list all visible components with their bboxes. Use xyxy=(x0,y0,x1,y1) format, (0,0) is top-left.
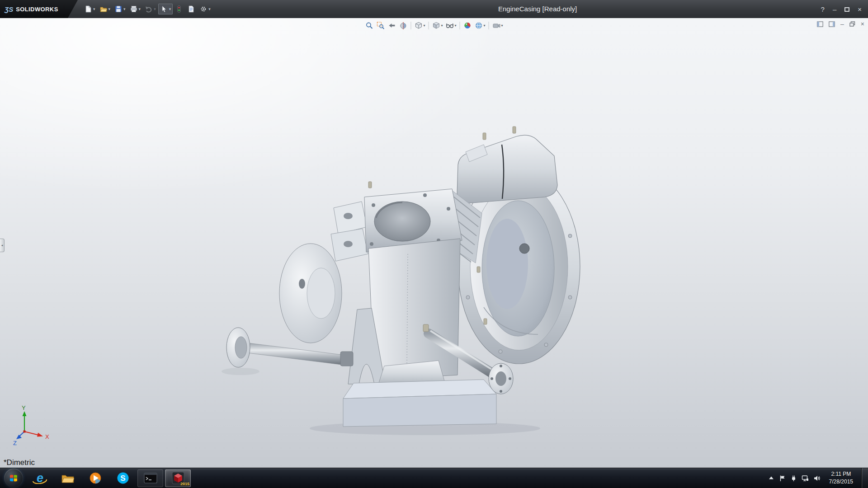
action-center-button[interactable] xyxy=(779,475,786,482)
file-properties-button[interactable] xyxy=(185,4,197,14)
speaker-icon xyxy=(813,475,821,482)
close-button[interactable]: × xyxy=(858,6,862,13)
chevron-down-icon[interactable]: ▾ xyxy=(108,7,111,11)
taskbar-skype[interactable]: S xyxy=(110,469,136,487)
taskbar-solidworks[interactable]: 2015 xyxy=(165,469,191,487)
chevron-down-icon[interactable]: ▾ xyxy=(123,7,126,11)
chevron-down-icon[interactable]: ▾ xyxy=(154,7,156,11)
view-settings-button[interactable]: ▾ xyxy=(491,20,504,31)
solidworks-logo: ƷS SOLIDWORKS xyxy=(0,0,78,18)
previous-view-icon xyxy=(387,21,396,30)
options-button[interactable]: ▾ xyxy=(198,4,212,14)
zoom-to-fit-button[interactable] xyxy=(364,20,374,31)
zoom-to-area-button[interactable] xyxy=(375,20,386,31)
document-restore-button[interactable] xyxy=(849,21,855,27)
desktop: ƷS SOLIDWORKS ▾ ▾ xyxy=(0,0,868,488)
solidworks-version-badge: 2015 xyxy=(180,482,189,486)
new-document-icon xyxy=(84,5,92,13)
taskbar: e S xyxy=(0,468,868,488)
command-prompt-icon xyxy=(144,473,157,483)
rebuild-button[interactable] xyxy=(173,4,185,14)
chevron-down-icon[interactable]: ▾ xyxy=(208,7,211,11)
network-button[interactable] xyxy=(802,475,809,482)
open-folder-icon xyxy=(99,5,108,13)
window-title: EngineCasing [Read-only] xyxy=(498,0,577,18)
ie-ring-icon xyxy=(32,476,47,484)
save-button[interactable]: ▾ xyxy=(113,4,127,14)
view-orientation-label: *Dimetric xyxy=(4,458,35,467)
taskbar-windows-explorer[interactable] xyxy=(55,469,80,487)
pane-toggle-icon xyxy=(829,21,835,27)
maximize-icon xyxy=(844,7,849,12)
new-document-button[interactable]: ▾ xyxy=(82,4,97,14)
feature-manager-pane-button[interactable] xyxy=(817,21,823,27)
hide-show-items-button[interactable]: ▾ xyxy=(444,20,457,31)
display-style-button[interactable]: ▾ xyxy=(431,20,443,31)
chevron-down-icon[interactable]: ▾ xyxy=(139,7,141,11)
triad-z-label: Z xyxy=(13,440,17,446)
clock-time: 2:11 PM xyxy=(829,470,853,478)
display-style-cube-icon xyxy=(432,21,440,30)
taskbar-internet-explorer[interactable]: e xyxy=(27,469,53,487)
options-gear-icon xyxy=(199,5,208,13)
edit-appearance-sphere-icon xyxy=(463,21,472,30)
graphics-area[interactable]: ▾ ▾ ▾ xyxy=(0,18,868,468)
maximize-button[interactable] xyxy=(844,6,849,13)
section-view-button[interactable] xyxy=(398,20,408,31)
triad-x-label: X xyxy=(45,433,49,440)
chevron-down-icon[interactable]: ▾ xyxy=(441,24,443,28)
volume-button[interactable] xyxy=(813,475,821,482)
taskbar-command-prompt[interactable] xyxy=(137,469,163,487)
network-monitor-icon xyxy=(802,475,809,482)
zoom-to-area-icon xyxy=(376,21,385,30)
minimize-button[interactable]: – xyxy=(833,6,836,13)
document-close-button[interactable]: × xyxy=(861,21,864,27)
brand-name: SOLIDWORKS xyxy=(16,6,58,13)
clock-date: 7/28/2015 xyxy=(829,478,853,486)
task-pane-button[interactable] xyxy=(829,21,835,27)
print-button[interactable]: ▾ xyxy=(128,4,143,14)
view-settings-camera-icon xyxy=(492,21,501,30)
section-view-icon xyxy=(399,21,407,30)
start-button[interactable] xyxy=(4,469,23,488)
windows-logo-icon xyxy=(9,473,19,483)
document-minimize-button[interactable]: – xyxy=(840,21,844,27)
flag-icon xyxy=(779,475,786,482)
main-toolbar: ▾ ▾ ▾ xyxy=(82,4,212,14)
chevron-down-icon[interactable]: ▾ xyxy=(423,24,425,28)
rebuild-icon xyxy=(175,5,183,13)
select-cursor-icon xyxy=(160,5,168,13)
chevron-down-icon[interactable]: ▾ xyxy=(93,7,95,11)
show-desktop-button[interactable] xyxy=(862,468,868,488)
view-orientation-cube-icon xyxy=(414,21,423,30)
feature-manager-collapse-tab[interactable]: ◂ xyxy=(0,239,5,252)
tab-arrow-icon: ◂ xyxy=(1,244,3,247)
skype-icon: S xyxy=(117,472,129,484)
document-window-controls: – × xyxy=(817,21,864,27)
toolbar-separator xyxy=(428,22,429,29)
3ds-logo-icon: ƷS xyxy=(5,5,13,13)
print-icon xyxy=(130,5,138,13)
select-button[interactable]: ▾ xyxy=(158,4,173,14)
previous-view-button[interactable] xyxy=(387,20,397,31)
chevron-down-icon[interactable]: ▾ xyxy=(454,24,456,28)
taskbar-media-player[interactable] xyxy=(82,469,108,487)
open-button[interactable]: ▾ xyxy=(98,4,113,14)
apply-scene-button[interactable]: ▾ xyxy=(474,20,486,31)
view-orientation-button[interactable]: ▾ xyxy=(413,20,426,31)
chevron-down-icon[interactable]: ▾ xyxy=(501,24,503,28)
help-button[interactable]: ? xyxy=(821,6,825,13)
reference-triad[interactable]: Y X Z xyxy=(12,404,55,448)
edit-appearance-button[interactable] xyxy=(462,20,473,31)
power-button[interactable] xyxy=(790,475,797,482)
folder-icon xyxy=(61,472,75,484)
engine-casing-model[interactable] xyxy=(212,113,628,438)
chevron-down-icon[interactable]: ▾ xyxy=(484,24,486,28)
undo-button[interactable]: ▾ xyxy=(143,4,158,14)
chevron-up-icon xyxy=(768,475,774,481)
save-floppy-icon xyxy=(114,5,123,13)
chevron-down-icon[interactable]: ▾ xyxy=(169,7,171,11)
taskbar-clock[interactable]: 2:11 PM 7/28/2015 xyxy=(825,470,857,486)
show-hidden-icons-button[interactable] xyxy=(768,475,774,481)
restore-icon xyxy=(849,21,855,27)
